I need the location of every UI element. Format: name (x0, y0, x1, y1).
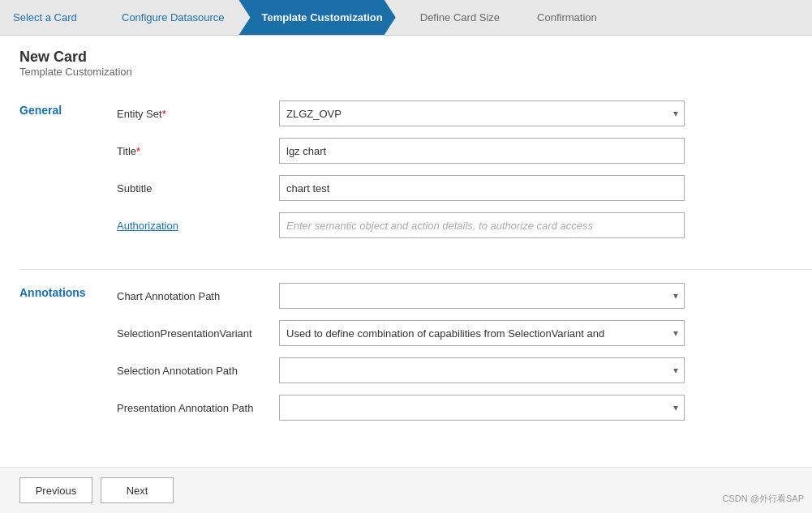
wizard-step-label: Define Card Size (420, 11, 500, 24)
chart-annotation-path-select-wrapper: ▾ (279, 283, 685, 309)
wizard-step-confirmation[interactable]: Confirmation (514, 0, 612, 35)
selection-annotation-path-input-wrapper: ▾ (279, 357, 685, 383)
selection-presentation-variant-label: SelectionPresentationVariant (117, 327, 279, 340)
authorization-link[interactable]: Authorization (117, 220, 178, 232)
annotations-fields: Chart Annotation Path ▾ Selec (117, 283, 685, 432)
wizard-step-label: Confirmation (537, 11, 597, 24)
title-input-wrapper (279, 138, 685, 164)
chart-annotation-path-row: Chart Annotation Path ▾ (117, 283, 685, 309)
selection-presentation-variant-input-wrapper: Used to define combination of capabiliti… (279, 320, 685, 346)
entity-set-select[interactable]: ZLGZ_OVP (279, 100, 685, 126)
chart-annotation-path-input-wrapper: ▾ (279, 283, 685, 309)
general-fields: Entity Set* ZLGZ_OVP ▾ (117, 100, 685, 250)
title-row: Title* (117, 138, 685, 164)
entity-set-row: Entity Set* ZLGZ_OVP ▾ (117, 100, 685, 126)
presentation-annotation-path-input-wrapper: ▾ (279, 395, 685, 421)
chart-annotation-path-select[interactable] (279, 283, 685, 309)
subtitle-input[interactable] (279, 175, 685, 201)
general-section: General Entity Set* ZLGZ_OVP ▾ (19, 91, 812, 250)
page-subtitle: Template Customization (19, 66, 793, 78)
wizard-step-define-card-size[interactable]: Define Card Size (397, 0, 513, 35)
subtitle-label: Subtitle (117, 182, 279, 195)
wizard-step-label: Select a Card (13, 11, 77, 24)
chart-annotation-path-label: Chart Annotation Path (117, 290, 279, 302)
page-header: New Card Template Customization (0, 36, 812, 84)
presentation-annotation-path-select-wrapper: ▾ (279, 395, 685, 421)
wizard-step-label: Configure Datasource (122, 11, 224, 24)
subtitle-row: Subtitle (117, 175, 685, 201)
entity-set-input-wrapper: ZLGZ_OVP ▾ (279, 100, 685, 126)
entity-set-required: * (162, 108, 166, 120)
selection-presentation-variant-select[interactable]: Used to define combination of capabiliti… (279, 320, 685, 346)
form-wrapper: General Entity Set* ZLGZ_OVP ▾ (0, 84, 812, 467)
section-divider (19, 269, 812, 270)
form-scroll[interactable]: General Entity Set* ZLGZ_OVP ▾ (0, 84, 812, 467)
wizard-step-label: Template Customization (261, 11, 382, 24)
selection-annotation-path-select[interactable] (279, 357, 685, 383)
annotations-section-label: Annotations (19, 283, 117, 432)
presentation-annotation-path-label: Presentation Annotation Path (117, 402, 279, 414)
title-label: Title* (117, 145, 279, 157)
main-content: New Card Template Customization General … (0, 36, 812, 513)
authorization-input-wrapper (279, 212, 685, 238)
annotations-section: Annotations Chart Annotation Path ▾ (19, 273, 812, 432)
entity-set-select-wrapper: ZLGZ_OVP ▾ (279, 100, 685, 126)
presentation-annotation-path-select[interactable] (279, 395, 685, 421)
authorization-input[interactable] (279, 212, 685, 238)
title-input[interactable] (279, 138, 685, 164)
page-title: New Card (19, 49, 793, 66)
authorization-row: Authorization (117, 212, 685, 238)
subtitle-input-wrapper (279, 175, 685, 201)
wizard-navigation: Select a Card Configure Datasource Templ… (0, 0, 812, 36)
next-button[interactable]: Next (101, 477, 174, 503)
watermark: CSDN @外行看SAP (723, 493, 804, 505)
wizard-step-configure-datasource[interactable]: Configure Datasource (99, 0, 237, 35)
presentation-annotation-path-row: Presentation Annotation Path ▾ (117, 395, 685, 421)
footer: Previous Next (0, 467, 812, 513)
selection-presentation-variant-row: SelectionPresentationVariant Used to def… (117, 320, 685, 346)
previous-button[interactable]: Previous (19, 477, 92, 503)
title-required: * (136, 145, 140, 157)
selection-annotation-path-row: Selection Annotation Path ▾ (117, 357, 685, 383)
selection-presentation-variant-select-wrapper: Used to define combination of capabiliti… (279, 320, 685, 346)
entity-set-label: Entity Set* (117, 108, 279, 120)
wizard-step-template-customization[interactable]: Template Customization (238, 0, 395, 35)
wizard-step-select-card[interactable]: Select a Card (0, 0, 97, 35)
selection-annotation-path-label: Selection Annotation Path (117, 365, 279, 377)
general-section-label: General (19, 100, 117, 250)
selection-annotation-path-select-wrapper: ▾ (279, 357, 685, 383)
authorization-label: Authorization (117, 220, 279, 232)
